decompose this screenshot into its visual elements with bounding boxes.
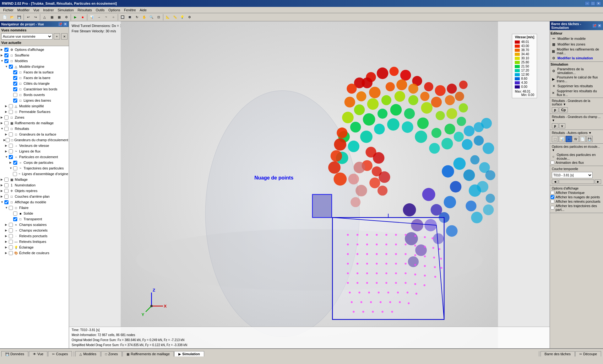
supprimer-flux-item[interactable]: ✕ Supprimer les résultats du flux tr... [551, 89, 602, 97]
tree-checkbox[interactable] [4, 121, 8, 125]
named-views-btn-2[interactable]: ✕ [61, 33, 68, 40]
tab-raffinements[interactable]: ▦ Raffinements de maillage [122, 351, 174, 356]
left-panel-pin[interactable]: 📌 [58, 22, 62, 26]
tree-item[interactable]: ▶ 1 Numérotation [1, 182, 68, 188]
afficher-trajectoires-checkbox[interactable] [551, 206, 554, 210]
right-panel-close[interactable]: ✕ [597, 24, 602, 28]
autres-btn-3[interactable]: ○ [566, 136, 572, 142]
tree-item[interactable]: □ Faces de la barre [1, 75, 68, 81]
tree-checkbox[interactable] [4, 189, 8, 193]
tree-item[interactable]: ▶ □ Grandeurs de la surface [1, 131, 68, 137]
tree-checkbox[interactable] [9, 104, 13, 108]
tree-item[interactable]: ▼ □ Affichage du modèle [1, 199, 68, 205]
tree-checkbox[interactable] [4, 48, 8, 52]
tree-item[interactable]: ▶ ○ Corps de particules [1, 160, 68, 165]
tree-checkbox[interactable] [9, 65, 13, 69]
tree-checkbox[interactable] [13, 166, 17, 170]
tree-item[interactable]: ▼ □ Filaire [1, 205, 68, 211]
menu-vue[interactable]: Vue [31, 8, 41, 13]
tree-item[interactable]: ▶ · Relevés ponctuels [1, 233, 68, 239]
parametres-item[interactable]: ⚙ Paramètres de la simulation... [551, 67, 602, 75]
tree-item[interactable]: ▶ ≈ Champs scalaires [1, 222, 68, 228]
tree-checkbox[interactable] [13, 172, 17, 176]
tree-checkbox[interactable] [13, 211, 17, 216]
toolbar-pan[interactable]: ✋ [141, 14, 148, 21]
toolbar-save[interactable]: 💾 [16, 14, 23, 21]
tab-decoupe[interactable]: ✂ Découpe [575, 351, 601, 356]
autres-btn-4[interactable]: W [573, 136, 579, 142]
tree-item[interactable]: ▼ □ Modèles [1, 58, 68, 64]
tree-checkbox[interactable] [9, 206, 13, 210]
toolbar-results[interactable]: 📊 [88, 14, 95, 21]
tree-item[interactable]: ▶ ▦ Maillage [1, 177, 68, 182]
right-panel-pin[interactable]: 📌 [592, 24, 597, 28]
autres-btn-2[interactable]: 📊 [559, 136, 565, 142]
menu-options[interactable]: Options [106, 8, 122, 13]
tree-checkbox[interactable] [4, 183, 8, 187]
tree-checkbox[interactable] [4, 115, 8, 120]
tree-item[interactable]: □ Caractériser les bords [1, 86, 68, 92]
tab-vue[interactable]: 👁 Vue [29, 351, 47, 356]
menu-fenetre[interactable]: Fenêtre [122, 8, 138, 13]
tree-item[interactable]: ▶ 💡 Éclairage [1, 244, 68, 250]
tree-checkbox[interactable] [4, 195, 8, 199]
animation-flux-checkbox[interactable] [551, 161, 554, 164]
tree-item[interactable]: ▶ → Champs vectoriels [1, 228, 68, 233]
tree-checkbox[interactable] [13, 161, 17, 165]
tab-donnees[interactable]: 💾 Données [1, 351, 28, 356]
tree-item[interactable]: □ Faces de la surface [1, 69, 68, 75]
named-views-btn-1[interactable]: + [54, 33, 60, 40]
tree-checkbox[interactable] [9, 132, 13, 136]
toolbar-fit[interactable]: ⊡ [155, 14, 162, 21]
tree-item[interactable]: □ Bords ouverts [1, 92, 68, 98]
tree-item[interactable]: ~ Lignes d'assemblage d'origine [1, 171, 68, 177]
tree-item[interactable]: ▶ □ Permeable Surfaces [1, 109, 68, 115]
toolbar-open[interactable]: 📂 [8, 14, 15, 21]
afficher-historique-checkbox[interactable] [551, 191, 554, 195]
tree-checkbox[interactable] [9, 223, 13, 227]
tree-checkbox[interactable] [9, 149, 13, 153]
tab-modeles[interactable]: △ Modèles [75, 351, 100, 356]
tree-checkbox[interactable] [9, 251, 13, 255]
tree-checkbox[interactable] [13, 76, 17, 80]
tree-checkbox[interactable] [4, 200, 8, 204]
tree-checkbox[interactable] [4, 53, 8, 57]
toolbar-model[interactable]: △ [41, 14, 48, 21]
tree-checkbox[interactable] [9, 245, 13, 249]
tree-checkbox[interactable] [4, 178, 8, 182]
tree-item[interactable]: ▶ □ Couches d'arrière-plan [1, 194, 68, 199]
tree-item[interactable]: □ Transparent [1, 216, 68, 222]
toolbar-settings[interactable]: ⚙ [186, 14, 193, 21]
toolbar-particles[interactable]: ○ [110, 14, 117, 21]
tree-checkbox[interactable] [13, 93, 17, 97]
tree-checkbox[interactable] [13, 87, 17, 91]
tree-item[interactable]: □ Lignes des barres [1, 98, 68, 103]
tree-checkbox[interactable] [9, 234, 13, 238]
modifier-modele-item[interactable]: ✏ Modifier le modèle [551, 36, 602, 41]
toolbar-light[interactable]: 💡 [179, 14, 186, 21]
menu-outils[interactable]: Outils [94, 8, 106, 13]
modifier-simulation-item[interactable]: ⚙ Modifier la simulation [551, 55, 602, 61]
toolbar-flux[interactable]: ~ [103, 14, 110, 21]
menu-inserer[interactable]: Insérer [41, 8, 56, 13]
menu-modifier[interactable]: Modifier [15, 8, 31, 13]
tree-checkbox[interactable] [13, 99, 17, 103]
toolbar-stop[interactable]: ■ [79, 14, 86, 21]
tree-item[interactable]: ■ Solide [1, 211, 68, 216]
toolbar-run[interactable]: ▶ [72, 14, 79, 21]
toolbar-zones[interactable]: ▦ [48, 14, 55, 21]
tab-v-champ[interactable]: v [559, 123, 565, 128]
title-bar-buttons[interactable]: − □ ✕ [585, 1, 601, 6]
tab-p-champ[interactable]: p [552, 123, 558, 128]
toolbar-snap[interactable]: 📐 [164, 14, 171, 21]
tab-barre-taches[interactable]: Barre des tâches [541, 351, 575, 356]
tree-checkbox[interactable] [9, 240, 13, 244]
tree-item[interactable]: ▶ □ Soufflerie [1, 52, 68, 58]
minimize-button[interactable]: − [585, 1, 590, 6]
toolbar-measure[interactable]: 📏 [171, 14, 178, 21]
menu-fichier[interactable]: Fichier [1, 8, 15, 13]
menu-resultats[interactable]: Résultats [76, 8, 94, 13]
toolbar-view2[interactable]: 🔳 [126, 14, 133, 21]
modifier-zones-item[interactable]: ▦ Modifier les zones [551, 41, 602, 47]
tab-cp-surface[interactable]: Cp [559, 107, 568, 112]
